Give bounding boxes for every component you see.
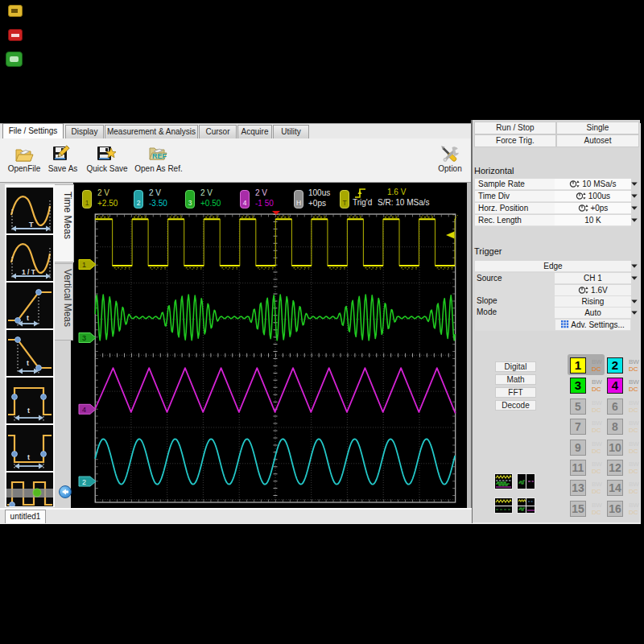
svg-text:t: t — [27, 359, 29, 367]
svg-text:3: 3 — [82, 334, 86, 342]
svg-text:4: 4 — [82, 406, 86, 414]
svg-text:t: t — [27, 407, 30, 415]
svg-text:1: 1 — [82, 261, 86, 269]
svg-text:t: t — [27, 453, 30, 461]
svg-text:1 / T: 1 / T — [22, 268, 36, 276]
svg-text:T: T — [29, 221, 34, 229]
svg-text:t: t — [27, 314, 29, 322]
svg-text:2: 2 — [82, 478, 86, 486]
svg-text:REF: REF — [152, 152, 167, 160]
